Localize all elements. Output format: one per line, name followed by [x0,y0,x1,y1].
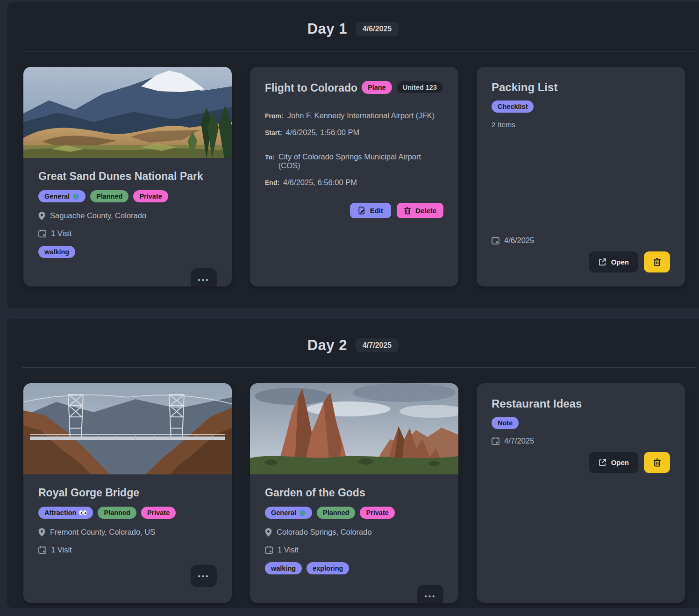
edit-label: Edit [370,207,383,215]
place-card-garden-of-the-gods[interactable]: Garden of the Gods General Planned Priva… [250,383,458,603]
status-badge: Planned [317,507,355,519]
delete-label: Delete [415,207,436,215]
checklist-actions: Open [492,251,670,272]
place-image-sand-dunes [23,67,232,158]
place-visits: 1 Visit [51,545,72,554]
flight-departure-group: From: John F. Kennedy International Airp… [265,111,443,137]
place-card-great-sand-dunes[interactable]: Great Sand Dunes National Park General P… [23,67,232,287]
more-options-button[interactable]: ••• [191,565,217,587]
day-title: Day 1 [307,21,347,37]
flight-card-body: Flight to Colorado Plane United 123 From… [250,67,458,287]
place-location-row: Fremont County, Colorado, US [38,528,217,537]
trash-icon [404,207,411,215]
privacy-badge: Private [133,190,168,202]
calendar-icon [265,546,273,554]
privacy-badge: Private [360,507,394,519]
checklist-date: 4/6/2025 [504,236,534,245]
place-title: Great Sand Dunes National Park [38,170,217,183]
end-label: End: [265,179,279,186]
tag-pill: walking [265,562,302,574]
category-label: General [271,509,296,517]
flight-card[interactable]: Flight to Colorado Plane United 123 From… [250,67,458,287]
globe-icon [299,509,306,516]
checklist-title: Packing List [492,81,670,94]
place-visits-row: 1 Visit [38,229,217,238]
place-location-row: Saguache County, Colorado [38,211,217,220]
delete-button[interactable]: Delete [397,203,443,218]
delete-note-button[interactable] [644,452,670,473]
place-location-row: Colorado Springs, Colorado [265,528,443,537]
place-tags: walking exploring [265,562,443,574]
category-label: Attraction [44,509,76,517]
category-badge: Attraction [38,507,93,519]
note-card-body: Restaurant Ideas Note 4/7/2025 Open [477,383,685,603]
to-value: City of Colorado Springs Municipal Airpo… [278,152,443,170]
status-badge: Planned [90,190,128,202]
place-visits-row: 1 Visit [38,545,217,554]
from-value: John F. Kennedy International Airport (J… [287,111,435,120]
more-options-button[interactable]: ••• [417,585,443,603]
day-2-header: Day 2 4/7/2025 [7,319,699,355]
delete-checklist-button[interactable] [644,251,670,272]
calendar-icon [38,229,46,237]
divider [22,367,696,368]
calendar-icon [38,546,46,554]
from-label: From: [265,112,284,120]
to-label: To: [265,153,275,161]
day-title: Day 2 [307,337,347,354]
place-visits: 1 Visit [51,229,72,238]
place-badges: Attraction Planned Private [38,507,217,519]
checklist-date-row: 4/6/2025 [492,236,670,245]
open-button[interactable]: Open [589,452,638,473]
checklist-type-badge: Checklist [492,100,534,113]
spacer [492,129,670,236]
flight-number-badge: United 123 [396,81,443,94]
note-card[interactable]: Restaurant Ideas Note 4/7/2025 Open [477,383,685,603]
day-1-header: Day 1 4/6/2025 [7,2,699,39]
external-link-icon [598,258,607,266]
note-title: Restaurant Ideas [492,397,670,410]
checklist-card[interactable]: Packing List Checklist 2 Items 4/6/2025 … [477,67,685,287]
transport-type-badge: Plane [362,81,392,94]
place-image-garden-of-the-gods [250,383,458,474]
open-button[interactable]: Open [589,251,638,272]
calendar-icon [492,437,499,445]
spacer [492,473,670,589]
place-tags: walking [38,246,217,258]
place-location: Saguache County, Colorado [50,211,146,220]
open-label: Open [611,458,629,466]
place-location: Colorado Springs, Colorado [277,528,372,537]
place-visits-row: 1 Visit [265,545,443,554]
place-badges: General Planned Private [265,507,443,519]
place-visits: 1 Visit [278,545,299,554]
flight-start-row: Start: 4/6/2025, 1:56:00 PM [265,128,443,137]
calendar-icon [492,236,499,244]
flight-actions: Edit Delete [265,203,443,218]
checklist-badge-row: Checklist [492,100,670,113]
day-date-badge: 4/6/2025 [356,22,399,36]
edit-document-icon [358,207,366,215]
open-label: Open [611,258,629,266]
place-card-body: Garden of the Gods General Planned Priva… [250,474,458,603]
place-card-body: Royal Gorge Bridge Attraction Planned Pr… [23,474,232,603]
category-badge: General [38,190,86,202]
day-date-badge: 4/7/2025 [356,338,399,352]
location-pin-icon [38,212,45,220]
checklist-items-count: 2 Items [492,121,670,129]
more-options-button[interactable]: ••• [191,268,217,287]
external-link-icon [598,458,607,467]
trash-icon [653,458,661,467]
note-badge-row: Note [492,417,670,429]
note-type-badge: Note [492,417,519,429]
eyes-icon [79,510,87,516]
place-location: Fremont County, Colorado, US [50,528,155,537]
trash-icon [653,258,661,266]
note-date-row: 4/7/2025 [492,437,670,445]
place-title: Garden of the Gods [265,487,443,499]
flight-title: Flight to Colorado [265,81,357,94]
end-value: 4/6/2025, 6:56:00 PM [283,178,357,187]
day-1-cards: Great Sand Dunes National Park General P… [7,67,699,287]
day-1-section: Day 1 4/6/2025 [7,2,699,308]
edit-button[interactable]: Edit [350,203,391,218]
place-card-royal-gorge[interactable]: Royal Gorge Bridge Attraction Planned Pr… [23,383,232,603]
